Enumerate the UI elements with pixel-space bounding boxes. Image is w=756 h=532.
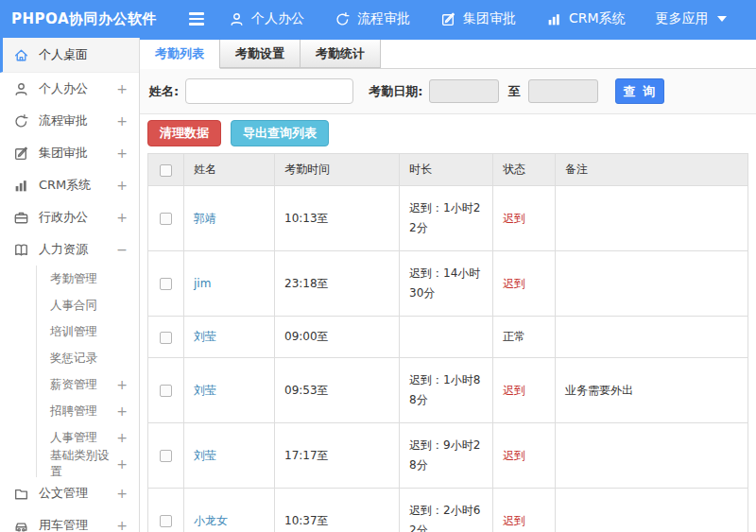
sidebar-item-group-approval[interactable]: 集团审批+ <box>0 137 139 169</box>
column-header: 状态 <box>493 154 556 186</box>
sidebar-subitem-recruit-mgmt[interactable]: 招聘管理+ <box>37 398 139 424</box>
table-body: 郭靖10:13至迟到：1小时22分迟到jim23:18至迟到：14小时30分迟到… <box>148 186 748 532</box>
expand-plus-icon[interactable]: + <box>116 81 128 96</box>
attendance-time-cell: 17:17至 <box>275 423 400 489</box>
row-checkbox[interactable] <box>160 450 172 462</box>
sidebar-subitem-hr-contract[interactable]: 人事合同 <box>37 292 139 318</box>
status-cell: 正常 <box>493 317 556 358</box>
expand-plus-icon[interactable]: + <box>116 518 128 532</box>
status-badge: 迟到 <box>503 384 525 397</box>
sidebar-item-personal-desktop[interactable]: 个人桌面 <box>0 38 139 73</box>
date-from-input[interactable] <box>429 79 499 103</box>
expand-plus-icon[interactable]: + <box>116 146 128 161</box>
status-badge: 迟到 <box>503 449 525 462</box>
topbar-nav-personal-office[interactable]: 个人办公 <box>229 10 304 27</box>
sidebar-item-human-resources[interactable]: 人力资源− <box>0 233 139 266</box>
name-cell: 刘莹 <box>184 423 275 489</box>
table-row: 小龙女10:37至迟到：2小时62分迟到 <box>148 489 748 532</box>
employee-name-link[interactable]: 刘莹 <box>194 449 216 462</box>
employee-name-link[interactable]: jim <box>194 277 211 290</box>
note-cell <box>556 423 748 489</box>
employee-name-link[interactable]: 刘莹 <box>194 330 216 343</box>
expand-plus-icon[interactable]: + <box>116 486 128 501</box>
name-cell: jim <box>184 251 275 317</box>
row-checkbox-cell <box>148 186 184 251</box>
bar-chart-icon <box>13 178 30 194</box>
date-to-input[interactable] <box>528 79 598 103</box>
export-list-button[interactable]: 导出查询列表 <box>231 120 329 146</box>
table-row: 郭靖10:13至迟到：1小时22分迟到 <box>148 186 748 251</box>
tabbar: 考勤列表 考勤设置 考勤统计 <box>140 40 756 69</box>
status-badge: 迟到 <box>503 212 525 225</box>
name-filter-input[interactable] <box>185 78 353 104</box>
row-checkbox[interactable] <box>160 278 172 290</box>
note-cell <box>556 251 748 317</box>
attendance-time-cell: 10:37至 <box>275 489 400 532</box>
sidebar-subitem-personnel-mgmt[interactable]: 人事管理+ <box>37 424 139 451</box>
header-select-all-cell <box>148 154 184 186</box>
row-checkbox[interactable] <box>160 332 172 344</box>
employee-name-link[interactable]: 小龙女 <box>194 514 228 527</box>
sidebar-subitem-training-mgmt[interactable]: 培训管理 <box>37 318 139 345</box>
sidebar-item-personal-office[interactable]: 个人办公+ <box>0 73 139 105</box>
tab-attendance-list[interactable]: 考勤列表 <box>140 40 220 69</box>
topbar-nav-label: 更多应用 <box>656 10 709 27</box>
date-to-label: 至 <box>507 83 520 100</box>
date-filter-label: 考勤日期: <box>369 83 422 100</box>
row-checkbox-cell <box>148 423 184 489</box>
sidebar-item-workflow-approval[interactable]: 流程审批+ <box>0 105 139 137</box>
sidebar-submenu-human-resources: 考勤管理人事合同培训管理奖惩记录薪资管理+招聘管理+人事管理+基础类别设置+ <box>36 266 139 477</box>
sidebar-item-admin-office[interactable]: 行政办公+ <box>0 201 139 233</box>
employee-name-link[interactable]: 郭靖 <box>194 212 216 225</box>
sidebar-item-document-mgmt[interactable]: 公文管理+ <box>0 477 139 509</box>
topbar-nav-crm-system[interactable]: CRM系统 <box>546 10 626 27</box>
sidebar-subitem-rewards-records[interactable]: 奖惩记录 <box>37 345 139 371</box>
expand-plus-icon[interactable]: + <box>116 113 128 129</box>
expand-plus-icon[interactable]: + <box>116 377 128 392</box>
select-all-checkbox[interactable] <box>160 164 172 177</box>
status-badge: 迟到 <box>503 514 525 527</box>
sidebar-subitem-base-category-settings[interactable]: 基础类别设置+ <box>37 451 139 477</box>
briefcase-icon <box>13 210 30 226</box>
expand-plus-icon[interactable]: + <box>116 403 128 419</box>
tab-attendance-stats[interactable]: 考勤统计 <box>300 40 381 68</box>
expand-plus-icon[interactable]: + <box>116 178 128 193</box>
expand-plus-icon[interactable]: + <box>116 430 128 445</box>
sidebar-item-label: 个人桌面 <box>39 46 88 63</box>
sidebar-item-vehicle-mgmt[interactable]: 用车管理+ <box>0 509 139 532</box>
collapse-minus-icon[interactable]: − <box>116 242 128 257</box>
topbar-nav-more-apps[interactable]: 更多应用 <box>656 10 727 27</box>
edit-icon <box>13 146 30 162</box>
sidebar-item-label: 集团审批 <box>39 145 88 162</box>
expand-plus-icon[interactable]: + <box>116 456 128 472</box>
sidebar-item-crm-system[interactable]: CRM系统+ <box>0 169 139 201</box>
sidebar-subitem-salary-mgmt[interactable]: 薪资管理+ <box>37 371 139 398</box>
tab-attendance-settings[interactable]: 考勤设置 <box>219 40 301 68</box>
car-icon <box>13 518 30 532</box>
duration-cell: 迟到：9小时28分 <box>400 423 493 489</box>
search-button[interactable]: 查 询 <box>615 78 664 104</box>
row-checkbox[interactable] <box>160 213 172 225</box>
status-cell: 迟到 <box>493 489 556 532</box>
sidebar-subitem-label: 基础类别设置 <box>50 448 116 480</box>
employee-name-link[interactable]: 刘莹 <box>194 384 216 397</box>
status-cell: 迟到 <box>493 358 556 423</box>
topbar-nav-group-approval[interactable]: 集团审批 <box>440 10 516 27</box>
column-header: 考勤时间 <box>275 154 400 186</box>
sidebar-item-label: 公文管理 <box>39 485 88 502</box>
expand-plus-icon[interactable]: + <box>116 210 128 225</box>
clean-data-button[interactable]: 清理数据 <box>147 120 221 146</box>
sidebar-item-label: CRM系统 <box>39 177 91 194</box>
content-panel: 考勤列表 考勤设置 考勤统计 姓名: 考勤日期: 至 查 询 清理数据 导出查询… <box>140 38 756 532</box>
row-checkbox[interactable] <box>160 515 172 527</box>
row-checkbox[interactable] <box>160 385 172 397</box>
topbar-nav-workflow-approval[interactable]: 流程审批 <box>335 10 410 27</box>
table-header-row: 姓名考勤时间时长状态备注 <box>148 154 748 186</box>
note-cell <box>556 489 748 532</box>
sidebar-subitem-attendance-mgmt[interactable]: 考勤管理 <box>37 266 139 292</box>
table-row: jim23:18至迟到：14小时30分迟到 <box>148 251 748 317</box>
sidebar-item-label: 人力资源 <box>39 241 88 258</box>
book-icon <box>13 242 30 258</box>
hamburger-menu-icon[interactable] <box>189 12 204 26</box>
name-filter-label: 姓名: <box>149 83 179 100</box>
